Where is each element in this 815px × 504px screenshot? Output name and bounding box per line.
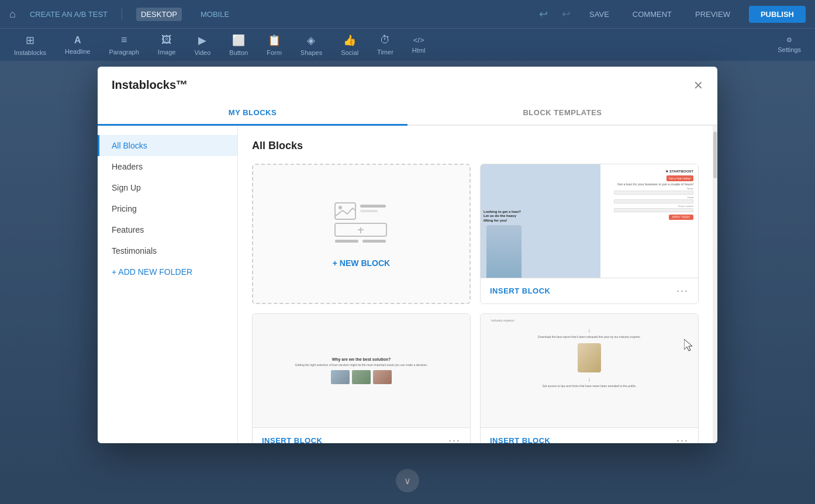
tab-my-blocks[interactable]: MY BLOCKS bbox=[98, 101, 407, 126]
video-label: Video bbox=[194, 49, 210, 56]
redo-icon[interactable]: ↩ bbox=[562, 8, 571, 20]
sidebar-item-sign-up[interactable]: Sign Up bbox=[98, 177, 237, 198]
instablocks-label: Instablocks bbox=[14, 49, 46, 56]
loan-logo: ★ STARTBOOST bbox=[665, 169, 693, 173]
shapes-icon: ◈ bbox=[307, 34, 315, 47]
svg-rect-7 bbox=[335, 240, 358, 243]
blocks-grid: + NEW BLOCK Looking to get a loan?Let us… bbox=[252, 164, 699, 443]
image-icon: 🖼 bbox=[161, 34, 172, 46]
toolbar-shapes[interactable]: ◈ Shapes bbox=[301, 34, 322, 56]
toolbar-image[interactable]: 🖼 Image bbox=[158, 34, 176, 56]
why-block-preview: Why are we the best solution? Getting th… bbox=[253, 314, 470, 427]
add-new-folder-button[interactable]: + ADD NEW FOLDER bbox=[98, 261, 237, 282]
svg-rect-8 bbox=[362, 240, 386, 243]
insert-industry-block-button[interactable]: INSERT BLOCK bbox=[490, 436, 551, 443]
loan-email-label: Email bbox=[688, 196, 693, 199]
toolbar-settings[interactable]: ⚙ Settings bbox=[778, 36, 801, 53]
sidebar-item-testimonials[interactable]: Testimonials bbox=[98, 240, 237, 261]
new-block-card[interactable]: + NEW BLOCK bbox=[252, 164, 471, 304]
sidebar-item-all-blocks[interactable]: All Blocks bbox=[98, 135, 237, 156]
loan-person-image bbox=[486, 225, 522, 278]
home-icon[interactable]: ⌂ bbox=[9, 8, 16, 20]
loan-name-field bbox=[614, 191, 693, 195]
why-image-1 bbox=[331, 370, 350, 384]
button-label: Button bbox=[229, 49, 248, 56]
industry-block-footer: INSERT BLOCK ··· bbox=[481, 427, 698, 443]
tab-block-templates[interactable]: BLOCK TEMPLATES bbox=[407, 101, 717, 126]
loan-left-panel: Looking to get a loan?Let us do the heav… bbox=[481, 164, 600, 278]
paragraph-icon: ≡ bbox=[121, 34, 127, 46]
industry-block-more-options[interactable]: ··· bbox=[676, 434, 689, 443]
second-toolbar: ⊞ Instablocks A Headline ≡ Paragraph 🖼 I… bbox=[0, 28, 815, 61]
why-subtext: Getting the right selection of loan vend… bbox=[295, 363, 428, 367]
modal-title: Instablocks™ bbox=[112, 78, 188, 92]
paragraph-label: Paragraph bbox=[109, 49, 139, 56]
timer-icon: ⏱ bbox=[380, 34, 391, 46]
toolbar-paragraph[interactable]: ≡ Paragraph bbox=[109, 34, 139, 56]
toolbar-divider bbox=[122, 8, 122, 20]
instablocks-icon: ⊞ bbox=[26, 34, 34, 47]
publish-button[interactable]: PUBLISH bbox=[749, 6, 806, 23]
industry-arrow-1: ↓ bbox=[588, 327, 591, 333]
ab-test-button[interactable]: CREATE AN A/B TEST bbox=[30, 10, 108, 19]
why-block-card: Why are we the best solution? Getting th… bbox=[252, 313, 471, 443]
toolbar-timer[interactable]: ⏱ Timer bbox=[377, 34, 393, 56]
close-button[interactable]: ✕ bbox=[693, 80, 703, 91]
toolbar-html[interactable]: </> Html bbox=[412, 36, 426, 54]
why-block-more-options[interactable]: ··· bbox=[448, 434, 461, 443]
new-block-label: + NEW BLOCK bbox=[333, 258, 390, 268]
modal-scrollbar[interactable] bbox=[713, 126, 717, 443]
toolbar-video[interactable]: ▶ Video bbox=[194, 34, 210, 56]
loan-block-more-options[interactable]: ··· bbox=[676, 285, 689, 297]
loan-desc: Get a loan for your business in just a c… bbox=[617, 182, 693, 186]
loan-block-card: Looking to get a loan?Let us do the heav… bbox=[480, 164, 699, 304]
modal-tabs: MY BLOCKS BLOCK TEMPLATES bbox=[98, 101, 717, 126]
svg-rect-3 bbox=[360, 210, 378, 212]
sidebar-item-headers[interactable]: Headers bbox=[98, 156, 237, 177]
toolbar-form[interactable]: 📋 Form bbox=[267, 34, 282, 56]
toolbar-button[interactable]: ⬜ Button bbox=[229, 34, 248, 56]
loan-block-footer: INSERT BLOCK ··· bbox=[481, 278, 698, 303]
headline-label: Headline bbox=[65, 48, 90, 55]
mobile-button[interactable]: MOBILE bbox=[196, 8, 234, 21]
modal-header: Instablocks™ ✕ bbox=[98, 67, 717, 92]
social-label: Social bbox=[341, 49, 358, 56]
industry-block-card: Industry experts. ↓ Download the best re… bbox=[480, 313, 699, 443]
industry-desc-1: Download the best report that's been rel… bbox=[538, 335, 641, 339]
content-title: All Blocks bbox=[252, 140, 699, 152]
insert-why-block-button[interactable]: INSERT BLOCK bbox=[262, 436, 323, 443]
modal-body: All Blocks Headers Sign Up Pricing Featu… bbox=[98, 126, 717, 443]
sidebar-item-pricing[interactable]: Pricing bbox=[98, 198, 237, 219]
loan-block-preview: Looking to get a loan?Let us do the heav… bbox=[481, 164, 698, 278]
save-button[interactable]: SAVE bbox=[585, 8, 614, 21]
why-heading: Why are we the best solution? bbox=[332, 357, 391, 361]
sidebar-item-features[interactable]: Features bbox=[98, 219, 237, 240]
why-images-row bbox=[331, 370, 392, 384]
toolbar-headline[interactable]: A Headline bbox=[65, 35, 90, 55]
industry-preview-content: Industry experts. ↓ Download the best re… bbox=[481, 314, 698, 427]
settings-icon: ⚙ bbox=[786, 36, 792, 44]
preview-button[interactable]: PREVIEW bbox=[690, 8, 735, 21]
form-label: Form bbox=[267, 49, 282, 56]
loan-preview-content: Looking to get a loan?Let us do the heav… bbox=[481, 164, 698, 278]
insert-loan-block-button[interactable]: INSERT BLOCK bbox=[490, 286, 551, 295]
why-block-footer: INSERT BLOCK ··· bbox=[253, 427, 470, 443]
html-label: Html bbox=[412, 47, 426, 54]
toolbar-instablocks[interactable]: ⊞ Instablocks bbox=[14, 34, 46, 56]
toolbar-social[interactable]: 👍 Social bbox=[341, 34, 358, 56]
undo-icon[interactable]: ↩ bbox=[539, 8, 548, 20]
modal-content: All Blocks bbox=[238, 126, 713, 443]
industry-desc-2: Get access to tips and tricks that have … bbox=[542, 384, 636, 388]
svg-point-1 bbox=[339, 206, 342, 209]
why-image-2 bbox=[352, 370, 371, 384]
comment-button[interactable]: COMMENT bbox=[628, 8, 676, 21]
desktop-button[interactable]: DESKTOP bbox=[136, 8, 182, 21]
html-icon: </> bbox=[413, 36, 424, 44]
top-toolbar: ⌂ CREATE AN A/B TEST DESKTOP MOBILE ↩ ↩ … bbox=[0, 0, 815, 28]
loan-heading-text: Looking to get a loan?Let us do the heav… bbox=[484, 210, 521, 223]
why-image-3 bbox=[373, 370, 392, 384]
why-preview-content: Why are we the best solution? Getting th… bbox=[253, 314, 470, 427]
loan-apply-button: APPLY TODAY bbox=[669, 215, 693, 220]
industry-block-preview: Industry experts. ↓ Download the best re… bbox=[481, 314, 698, 427]
modal-overlay: Instablocks™ ✕ MY BLOCKS BLOCK TEMPLATES… bbox=[0, 61, 815, 504]
